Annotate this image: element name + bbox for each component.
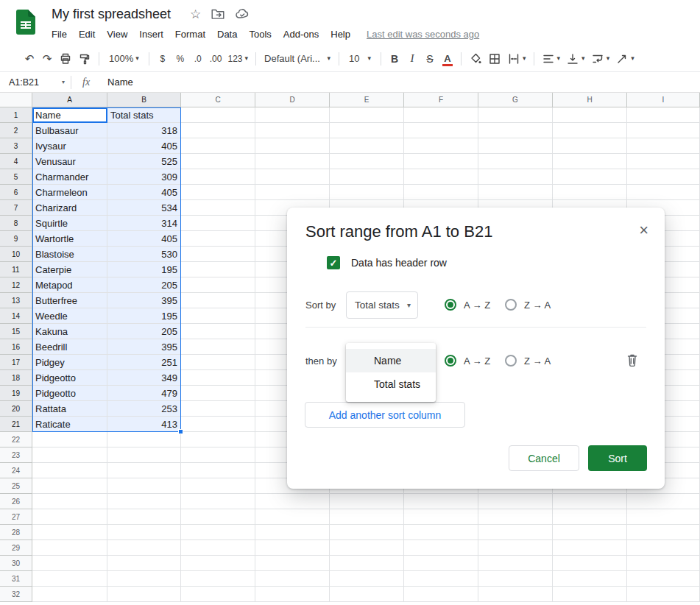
- increase-decimal-button[interactable]: .00: [207, 49, 225, 68]
- column-header-B[interactable]: B: [107, 93, 181, 107]
- cell-I26[interactable]: [627, 494, 700, 509]
- cell-E5[interactable]: [330, 169, 404, 185]
- cell-D5[interactable]: [255, 169, 330, 185]
- cell-C3[interactable]: [181, 138, 255, 154]
- row-header-19[interactable]: 19: [0, 386, 32, 401]
- menu-file[interactable]: File: [46, 29, 73, 40]
- cell-A21[interactable]: Raticate: [32, 417, 107, 432]
- sort2-desc-radio[interactable]: [505, 355, 517, 367]
- strikethrough-button[interactable]: S: [421, 49, 439, 68]
- cell-B31[interactable]: [107, 571, 181, 587]
- cell-D3[interactable]: [255, 138, 330, 154]
- cell-G5[interactable]: [478, 169, 553, 185]
- row-header-13[interactable]: 13: [0, 293, 32, 308]
- decrease-decimal-button[interactable]: .0: [189, 49, 207, 68]
- text-wrap-dropdown[interactable]: ▾: [588, 49, 613, 68]
- cell-H30[interactable]: [553, 556, 627, 571]
- row-header-20[interactable]: 20: [0, 401, 32, 417]
- row-header-23[interactable]: 23: [0, 447, 32, 463]
- cell-A20[interactable]: Rattata: [32, 401, 107, 417]
- cell-E4[interactable]: [330, 154, 404, 169]
- row-header-7[interactable]: 7: [0, 200, 32, 216]
- cell-C26[interactable]: [181, 494, 255, 509]
- font-family-dropdown[interactable]: Default (Ari... ▾: [261, 49, 334, 68]
- cell-A10[interactable]: Blastoise: [32, 247, 107, 262]
- cell-A1[interactable]: Name: [32, 107, 107, 123]
- cell-B5[interactable]: 309: [107, 169, 181, 185]
- cell-C24[interactable]: [181, 463, 255, 478]
- cell-C9[interactable]: [181, 231, 255, 247]
- cell-E26[interactable]: [330, 494, 404, 509]
- number-format-dropdown[interactable]: 123 ▾: [225, 49, 251, 68]
- cell-E2[interactable]: [330, 123, 404, 138]
- sort-by-dropdown[interactable]: Total stats ▾: [346, 291, 418, 319]
- sheets-logo-icon[interactable]: [16, 10, 35, 35]
- cell-A8[interactable]: Squirtle: [32, 216, 107, 231]
- cell-C5[interactable]: [181, 169, 255, 185]
- cell-B20[interactable]: 253: [107, 401, 181, 417]
- menu-view[interactable]: View: [101, 29, 133, 40]
- menu-tools[interactable]: Tools: [243, 29, 277, 40]
- cell-A19[interactable]: Pidgeotto: [32, 386, 107, 401]
- cell-A17[interactable]: Pidgey: [32, 355, 107, 370]
- cell-I2[interactable]: [627, 123, 700, 138]
- cell-D26[interactable]: [255, 494, 330, 509]
- cell-F29[interactable]: [404, 540, 478, 556]
- column-header-F[interactable]: F: [404, 93, 478, 107]
- header-row-option[interactable]: ✓ Data has header row: [327, 256, 447, 269]
- cell-C31[interactable]: [181, 571, 255, 587]
- row-header-18[interactable]: 18: [0, 370, 32, 386]
- star-icon[interactable]: ☆: [190, 7, 201, 22]
- cell-C14[interactable]: [181, 308, 255, 324]
- cell-F6[interactable]: [404, 185, 478, 200]
- add-sort-column-button[interactable]: Add another sort column: [305, 402, 465, 428]
- sort1-desc-radio[interactable]: [505, 299, 517, 311]
- cell-C27[interactable]: [181, 509, 255, 525]
- cell-A26[interactable]: [32, 494, 107, 509]
- cell-F2[interactable]: [404, 123, 478, 138]
- cell-H2[interactable]: [553, 123, 627, 138]
- row-header-2[interactable]: 2: [0, 123, 32, 138]
- cell-C29[interactable]: [181, 540, 255, 556]
- cell-G27[interactable]: [478, 509, 553, 525]
- cell-A6[interactable]: Charmeleon: [32, 185, 107, 200]
- cell-H6[interactable]: [553, 185, 627, 200]
- cell-B1[interactable]: Total stats: [107, 107, 181, 123]
- cell-B2[interactable]: 318: [107, 123, 181, 138]
- cell-C18[interactable]: [181, 370, 255, 386]
- cell-C12[interactable]: [181, 277, 255, 293]
- cell-I27[interactable]: [627, 509, 700, 525]
- cell-A2[interactable]: Bulbasaur: [32, 123, 107, 138]
- cell-C1[interactable]: [181, 107, 255, 123]
- cell-B12[interactable]: 205: [107, 277, 181, 293]
- cell-F26[interactable]: [404, 494, 478, 509]
- cell-D32[interactable]: [255, 587, 330, 602]
- cell-G29[interactable]: [478, 540, 553, 556]
- column-header-D[interactable]: D: [255, 93, 330, 107]
- cell-F31[interactable]: [404, 571, 478, 587]
- horizontal-align-dropdown[interactable]: ▾: [539, 49, 564, 68]
- cell-F27[interactable]: [404, 509, 478, 525]
- cell-B29[interactable]: [107, 540, 181, 556]
- cell-B28[interactable]: [107, 525, 181, 540]
- cell-A5[interactable]: Charmander: [32, 169, 107, 185]
- cell-D2[interactable]: [255, 123, 330, 138]
- cell-C16[interactable]: [181, 339, 255, 355]
- cancel-button[interactable]: Cancel: [509, 445, 579, 471]
- row-header-6[interactable]: 6: [0, 185, 32, 200]
- sort-button[interactable]: Sort: [588, 445, 647, 471]
- move-to-folder-icon[interactable]: [211, 7, 225, 21]
- cell-I5[interactable]: [627, 169, 700, 185]
- cell-A25[interactable]: [32, 478, 107, 494]
- cell-E28[interactable]: [330, 525, 404, 540]
- row-header-30[interactable]: 30: [0, 556, 32, 571]
- cell-F30[interactable]: [404, 556, 478, 571]
- cell-C4[interactable]: [181, 154, 255, 169]
- cell-B16[interactable]: 395: [107, 339, 181, 355]
- cell-I6[interactable]: [627, 185, 700, 200]
- cell-C23[interactable]: [181, 447, 255, 463]
- cell-D27[interactable]: [255, 509, 330, 525]
- cell-A27[interactable]: [32, 509, 107, 525]
- cell-B30[interactable]: [107, 556, 181, 571]
- cell-H26[interactable]: [553, 494, 627, 509]
